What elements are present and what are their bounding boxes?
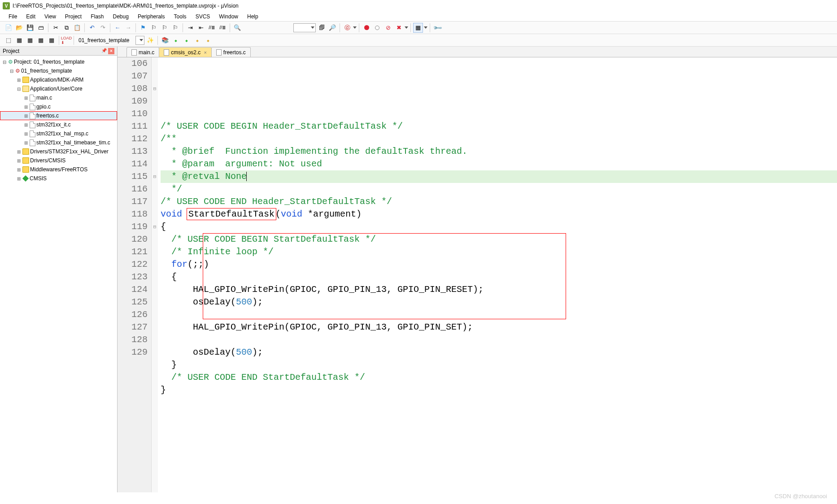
target-options-icon[interactable]: ✨ bbox=[145, 35, 155, 45]
tree-root[interactable]: ⊟⚙ Project: 01_freertos_template bbox=[0, 57, 117, 66]
code-line[interactable]: * @brief Function implementing the defau… bbox=[161, 145, 837, 158]
breakpoint-insert-icon[interactable] bbox=[362, 23, 371, 33]
open-icon[interactable]: 📂 bbox=[14, 23, 24, 33]
bp-drop-icon[interactable] bbox=[405, 26, 408, 29]
undo-icon[interactable]: ↶ bbox=[87, 23, 97, 33]
debug-drop-icon[interactable] bbox=[353, 26, 357, 29]
comment-icon[interactable]: //≣ bbox=[207, 23, 217, 33]
code-line[interactable]: /** bbox=[161, 133, 837, 145]
find-icon[interactable]: 🔍 bbox=[232, 23, 242, 33]
fold-column[interactable]: ⊟⊟⊟ bbox=[152, 57, 158, 492]
code-line[interactable]: */ bbox=[161, 183, 837, 196]
tree-group[interactable]: ⊟ Application/User/Core bbox=[0, 84, 117, 93]
code-line[interactable]: /* USER CODE END StartDefaultTask */ bbox=[161, 371, 837, 384]
breakpoint-kill-icon[interactable]: ✖ bbox=[394, 23, 404, 33]
download-icon[interactable]: LOAD⬇ bbox=[61, 35, 71, 45]
menu-project[interactable]: Project bbox=[61, 13, 86, 21]
save-icon[interactable]: 💾 bbox=[25, 23, 35, 33]
find-combo[interactable] bbox=[293, 23, 316, 32]
incremental-find-icon[interactable]: 🔎 bbox=[327, 23, 337, 33]
bookmark-icon[interactable]: ⚑ bbox=[138, 23, 148, 33]
tree-group[interactable]: ⊞ Drivers/STM32F1xx_HAL_Driver bbox=[0, 147, 117, 156]
stop-build-icon[interactable]: ▦ bbox=[47, 35, 57, 45]
target-selector[interactable]: 01_freertos_template bbox=[76, 37, 135, 44]
code-line[interactable]: * @retval None bbox=[161, 170, 837, 183]
tree-file[interactable]: ⊞ freertos.c bbox=[0, 111, 117, 120]
find-in-files-icon[interactable]: 🗐 bbox=[317, 23, 327, 33]
code-line[interactable]: HAL_GPIO_WritePin(GPIOC, GPIO_PIN_13, GP… bbox=[161, 321, 837, 334]
uncomment-icon[interactable]: //≣ bbox=[218, 23, 227, 33]
tab-cmsis_os2-c[interactable]: cmsis_os2.c× bbox=[159, 47, 211, 57]
build-icon[interactable]: ▦ bbox=[14, 35, 24, 45]
save-all-icon[interactable]: 🗃 bbox=[36, 23, 46, 33]
rebuild-icon[interactable]: ▦ bbox=[25, 35, 35, 45]
menu-peripherals[interactable]: Peripherals bbox=[134, 13, 169, 21]
manage-books-icon[interactable]: 📚 bbox=[160, 35, 170, 45]
tree-group[interactable]: ⊞ Middlewares/FreeRTOS bbox=[0, 165, 117, 174]
code-lines[interactable]: /* USER CODE BEGIN Header_StartDefaultTa… bbox=[158, 57, 837, 492]
menu-edit[interactable]: Edit bbox=[22, 13, 39, 21]
menu-file[interactable]: File bbox=[4, 13, 21, 21]
paste-icon[interactable]: 📋 bbox=[72, 23, 82, 33]
code-line[interactable]: * @param argument: Not used bbox=[161, 158, 837, 170]
breakpoint-enable-icon[interactable] bbox=[372, 23, 382, 33]
tree-group[interactable]: ⊞ Application/MDK-ARM bbox=[0, 75, 117, 84]
code-line[interactable]: /* USER CODE END Header_StartDefaultTask… bbox=[161, 196, 837, 208]
code-line[interactable] bbox=[161, 108, 837, 120]
breakpoint-disable-icon[interactable]: ⊘ bbox=[383, 23, 393, 33]
tree-file[interactable]: ⊞ gpio.c bbox=[0, 102, 117, 111]
indent-icon[interactable]: ⇥ bbox=[185, 23, 195, 33]
code-line[interactable]: } bbox=[161, 359, 837, 371]
menu-window[interactable]: Window bbox=[215, 13, 242, 21]
manage-components-icon[interactable]: ⬥ bbox=[171, 35, 181, 45]
manage-rte-icon[interactable]: ⬥ bbox=[203, 35, 213, 45]
menu-debug[interactable]: Debug bbox=[109, 13, 133, 21]
redo-icon[interactable]: ↷ bbox=[98, 23, 108, 33]
menu-help[interactable]: Help bbox=[243, 13, 262, 21]
code-line[interactable]: } bbox=[161, 384, 837, 396]
bookmark-prev-icon[interactable]: ⚐ bbox=[149, 23, 159, 33]
tree-file[interactable]: ⊞ stm32f1xx_hal_timebase_tim.c bbox=[0, 138, 117, 147]
code-line[interactable]: osDelay(500); bbox=[161, 346, 837, 359]
code-line[interactable]: { bbox=[161, 221, 837, 233]
menu-svcs[interactable]: SVCS bbox=[192, 13, 214, 21]
tree-target[interactable]: ⊟⚙ 01_freertos_template bbox=[0, 66, 117, 75]
code-line[interactable] bbox=[161, 396, 837, 409]
new-icon[interactable]: 📄 bbox=[4, 23, 13, 33]
pin-icon[interactable]: 📌 bbox=[101, 48, 107, 54]
debug-icon[interactable]: ⓓ bbox=[342, 23, 352, 33]
bookmark-next-icon[interactable]: ⚐ bbox=[160, 23, 170, 33]
outdent-icon[interactable]: ⇤ bbox=[196, 23, 206, 33]
nav-back-icon[interactable]: ← bbox=[113, 23, 122, 33]
tree-file[interactable]: ⊞ stm32f1xx_it.c bbox=[0, 120, 117, 129]
code-line[interactable]: void StartDefaultTask(void *argument) bbox=[161, 208, 837, 221]
bookmark-clear-icon[interactable]: ⚐ bbox=[170, 23, 180, 33]
code-line[interactable]: /* USER CODE BEGIN Header_StartDefaultTa… bbox=[161, 120, 837, 133]
tab-main-c[interactable]: main.c bbox=[126, 47, 159, 57]
close-tab-icon[interactable]: × bbox=[204, 50, 206, 55]
tree-file[interactable]: ⊞ stm32f1xx_hal_msp.c bbox=[0, 129, 117, 138]
menu-view[interactable]: View bbox=[40, 13, 60, 21]
nav-fwd-icon[interactable]: → bbox=[123, 23, 133, 33]
copy-icon[interactable]: ⧉ bbox=[61, 23, 71, 33]
code-view[interactable]: 1061071081091101111121131141151161171181… bbox=[118, 57, 837, 492]
pack-installer-icon[interactable]: ⬥ bbox=[182, 35, 192, 45]
tab-freertos-c[interactable]: freertos.c bbox=[211, 47, 251, 57]
close-panel-icon[interactable]: × bbox=[108, 48, 114, 54]
translate-icon[interactable]: ⬚ bbox=[4, 35, 13, 45]
file-icon bbox=[131, 49, 137, 56]
target-drop[interactable] bbox=[135, 36, 144, 45]
batch-build-icon[interactable]: ▦ bbox=[36, 35, 46, 45]
tree-group[interactable]: ⊞ Drivers/CMSIS bbox=[0, 156, 117, 165]
menu-flash[interactable]: Flash bbox=[87, 13, 108, 21]
configure-icon[interactable]: 🔧 bbox=[430, 21, 444, 35]
project-tree[interactable]: ⊟⚙ Project: 01_freertos_template⊟⚙ 01_fr… bbox=[0, 56, 117, 492]
window-layout-icon[interactable]: ▦ bbox=[413, 23, 423, 33]
tree-group[interactable]: ⊞ CMSIS bbox=[0, 174, 117, 183]
select-pack-icon[interactable]: ⬥ bbox=[192, 35, 202, 45]
menu-tools[interactable]: Tools bbox=[170, 13, 191, 21]
cut-icon[interactable]: ✂ bbox=[51, 23, 61, 33]
code-line[interactable] bbox=[161, 334, 837, 346]
tree-file[interactable]: ⊞ main.c bbox=[0, 93, 117, 102]
layout-drop-icon[interactable] bbox=[424, 26, 427, 29]
